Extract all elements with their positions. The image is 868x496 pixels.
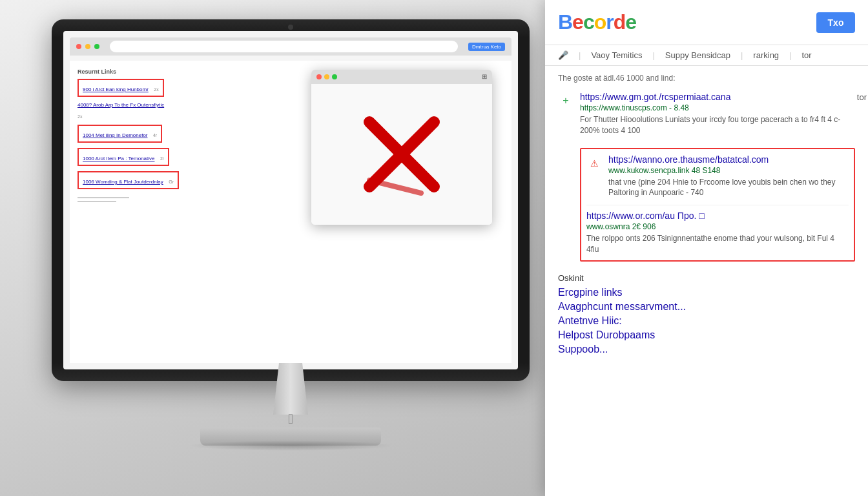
bottom-link-4[interactable]: Helpost Durobpaams: [558, 329, 855, 341]
result-suffix-3: 4r: [153, 133, 157, 138]
logo-char-7: e: [625, 10, 636, 34]
result-link-text-1[interactable]: 900 i Arct Ean king Hunbomr: [83, 87, 149, 92]
result-boxed-2: ⚠ https://wanno.ore.thausme/batatcal.com…: [580, 148, 855, 262]
bottom-label: Oskinit: [558, 273, 855, 283]
table-row: + https://www.gm.got./rcspermiaat.cana h…: [558, 92, 855, 136]
result-desc-3: The rolppo onts 206 Tsinignnentathe enom…: [586, 233, 849, 255]
nav-item-2[interactable]: Suppy Bensidcap: [665, 50, 730, 60]
result-suffix-2: 2x: [78, 114, 82, 119]
result-icon-2: ⚠: [586, 156, 602, 171]
inner-browser-bar: ⊞: [311, 70, 492, 84]
logo-char-2: e: [572, 10, 583, 34]
result-icon-1: +: [558, 93, 574, 108]
inner-browser-content: [311, 84, 492, 225]
result-url-1[interactable]: https://www.gm.got./rcspermiaat.cana: [580, 92, 855, 102]
bottom-link-5[interactable]: Suppoob...: [558, 344, 855, 355]
logo-char-4: o: [594, 10, 606, 34]
nav-item-4[interactable]: tor: [802, 50, 812, 60]
result-sub-3: https://www.or.com/au Про. □ www.oswnra …: [586, 205, 849, 255]
result-domain-3: www.oswnra 2€ 906: [586, 222, 849, 231]
logo-char-6: d: [614, 10, 626, 34]
google-panel: Becorde Txo 🎤 | Vaoy Temitics | Suppy Be…: [545, 0, 868, 496]
url-bar[interactable]: [110, 41, 458, 52]
imac-bezel: Dmtrua Keto Resurnt Links 900 i Arct Ean…: [52, 19, 530, 381]
separator-1: [78, 197, 129, 198]
result-link-text-3[interactable]: 1004 Met iling In Demonefor: [83, 132, 148, 138]
google-nav: 🎤 | Vaoy Temitics | Suppy Bensidcap | ra…: [545, 45, 868, 66]
dot-red: [76, 44, 81, 49]
result-desc-1: For Thutter Hiooolutions Luniats your ir…: [580, 114, 855, 136]
tor-edge-text: tor: [857, 92, 867, 102]
result-suffix-1: 2x: [154, 87, 158, 92]
red-x-icon: [356, 109, 447, 200]
nav-item-1[interactable]: Vaoy Temitics: [591, 50, 642, 60]
result-block-1: https://www.gm.got./rcspermiaat.cana htt…: [580, 92, 855, 136]
inner-browser-popup: ⊞: [311, 70, 492, 225]
imac-stand-shadow: [187, 440, 394, 451]
result-suffix-4: 2r: [160, 156, 164, 161]
imac-screen: Dmtrua Keto Resurnt Links 900 i Arct Ean…: [63, 31, 518, 369]
logo-char-3: c: [583, 10, 594, 34]
inner-browser-icon: ⊞: [482, 73, 487, 80]
result-suffix-5: Gr: [169, 180, 174, 184]
result-link-boxed-1: 900 i Arct Ean king Hunbomr 2x: [78, 79, 164, 97]
result-domain-2: www.kukow.sencpa.link 48 S148: [608, 166, 849, 175]
browser-bar: Dmtrua Keto: [70, 37, 512, 56]
results-info: The goste at ädl.46 1000 and lind:: [558, 74, 855, 83]
separator-2: [78, 201, 116, 202]
result-link-boxed-4: 1000 Arot Item Pa : Temonative 2r: [78, 148, 169, 166]
result-link-text-4[interactable]: 1000 Arot Item Pa : Temonative: [83, 156, 154, 161]
nav-item-3[interactable]: rarking: [753, 50, 779, 60]
dot-yellow: [85, 44, 90, 49]
google-logo: Becorde: [558, 10, 636, 34]
browser-action-button[interactable]: Dmtrua Keto: [468, 43, 505, 51]
result-domain-1: https://www.tinuscps.com - 8.48: [580, 103, 855, 112]
result-url-2[interactable]: https://wanno.ore.thausme/batatcal.com: [608, 154, 849, 165]
result-link-text-5[interactable]: 1006 Womding & Flat Joutderdnlay: [83, 179, 163, 185]
google-results: The goste at ädl.46 1000 and lind: + htt…: [545, 66, 868, 491]
bottom-link-2[interactable]: Avagphcunt messarvment...: [558, 301, 855, 313]
imac-camera: [288, 25, 293, 30]
table-row: ⚠ https://wanno.ore.thausme/batatcal.com…: [586, 154, 849, 199]
result-url-3[interactable]: https://www.or.com/au Про. □: [586, 211, 849, 221]
mic-icon: 🎤: [558, 50, 568, 60]
result-link-boxed-5: 1006 Womding & Flat Joutderdnlay Gr: [78, 171, 179, 189]
bottom-link-1[interactable]: Ercgpine links: [558, 287, 855, 298]
result-block-2: https://wanno.ore.thausme/batatcal.com w…: [608, 154, 849, 199]
apple-logo-icon: : [288, 411, 293, 428]
search-button[interactable]: Txo: [816, 12, 855, 33]
bottom-link-3[interactable]: Antetnve Hiic:: [558, 315, 855, 327]
logo-char-1: B: [558, 10, 572, 34]
google-header: Becorde Txo: [545, 0, 868, 45]
inner-dot-yellow: [324, 74, 329, 79]
logo-char-5: r: [606, 10, 613, 34]
dot-green: [94, 44, 99, 49]
result-link-boxed-3: 1004 Met iling In Demonefor 4r: [78, 125, 162, 143]
result-desc-2: that vne (pine 204 Hnie to Frcoome love …: [608, 177, 849, 199]
inner-dot-red: [316, 74, 322, 79]
bottom-section: Oskinit Ercgpine links Avagphcunt messar…: [558, 273, 855, 355]
imac-display: Dmtrua Keto Resurnt Links 900 i Arct Ean…: [39, 19, 542, 484]
inner-dot-green: [332, 74, 337, 79]
